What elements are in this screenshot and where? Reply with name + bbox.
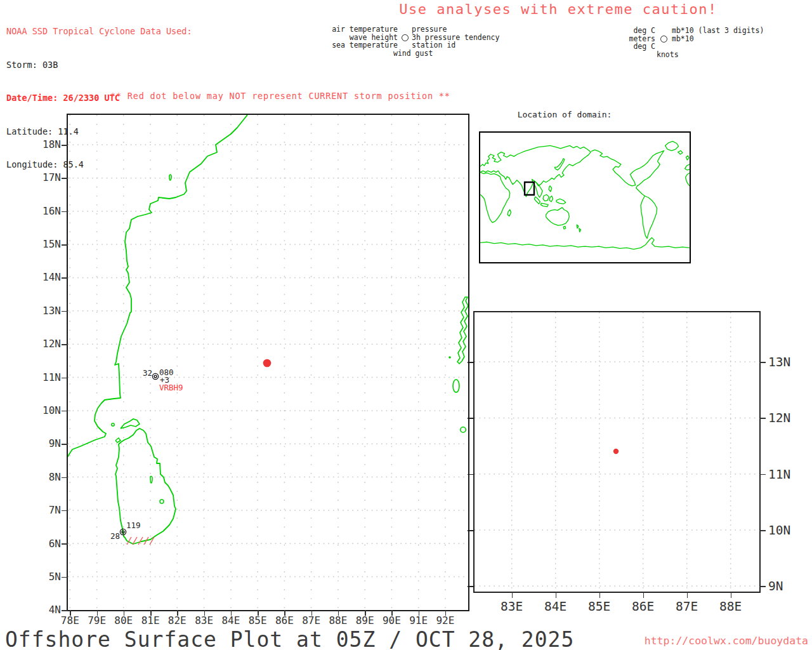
madagascar: [508, 209, 511, 216]
xtick-label: 88E: [716, 599, 746, 614]
ytick-label: 13N: [768, 355, 806, 369]
tick: [62, 610, 68, 611]
sulawesi: [549, 196, 553, 202]
legend-wind-gust: wind gust: [393, 50, 433, 58]
south-america-coastline: [641, 196, 657, 239]
ytick-label: 8N: [32, 471, 61, 483]
india-coastline: [68, 115, 247, 465]
islet: [449, 356, 451, 359]
australia: [546, 208, 570, 225]
little-andaman: [453, 380, 459, 392]
main-map-canvas: 32 080 +3 VRBH9 28 119: [68, 115, 468, 610]
ytick-label: 10N: [32, 404, 61, 416]
legend-row: deg C: [546, 43, 764, 51]
station-plot-vrbh9: 32 080 +3 VRBH9: [143, 368, 183, 392]
legend-sea-temperature: sea temperature: [285, 41, 398, 50]
tick: [62, 444, 68, 445]
tick: [62, 277, 68, 279]
xtick-label: 78E: [56, 614, 84, 627]
jaffna-peninsula: [121, 419, 140, 428]
storm-position-dot: [613, 449, 619, 454]
units-pressure: mb*10 (last 3 digits): [672, 27, 764, 35]
legend-row: air temperature pressure: [285, 25, 499, 34]
west-africa-edge: [685, 164, 690, 186]
xtick-label: 89E: [351, 614, 379, 627]
tick: [468, 474, 474, 475]
tick: [468, 530, 474, 531]
legend-air-temperature: air temperature: [285, 25, 398, 34]
tick: [687, 592, 688, 598]
xtick-label: 83E: [497, 599, 527, 614]
station-air-temp: 32: [143, 368, 152, 378]
ytick-label: 6N: [32, 538, 61, 550]
ytick-label: 10N: [768, 523, 806, 538]
xtick-label: 83E: [190, 614, 218, 627]
xtick-label: 85E: [244, 614, 272, 627]
borneo: [543, 194, 549, 201]
xtick-label: 79E: [83, 614, 111, 627]
car-nicobar: [461, 427, 466, 432]
ytick-label: 18N: [32, 138, 61, 150]
xtick-label: 87E: [672, 599, 702, 614]
xtick-label: 82E: [163, 614, 191, 627]
legend-row: knots: [546, 51, 764, 59]
ytick-label: 17N: [32, 171, 61, 183]
zoom-map-inset: 13N 12N 11N 10N 9N 83E 84E 85E 86E 87E 8…: [473, 311, 761, 593]
xtick-label: 90E: [377, 614, 405, 627]
tasmania: [563, 226, 566, 229]
ytick-label: 9N: [32, 437, 61, 449]
tick: [62, 543, 68, 545]
antarctica-coastline: [480, 237, 690, 249]
tick: [62, 411, 68, 412]
plot-title: Offshore Surface Plot at 05Z / OCT 28, 2…: [5, 627, 574, 650]
xtick-label: 80E: [110, 614, 138, 627]
legend-pressure: pressure: [412, 25, 447, 34]
tick: [759, 362, 766, 363]
japan: [554, 159, 565, 170]
storm-position-dot: [263, 359, 272, 368]
islet: [112, 423, 114, 426]
caution-headline: Use analyses with extreme caution!: [381, 1, 736, 17]
main-map: 32 080 +3 VRBH9 28 119 18N 17N 16N 15N 1…: [67, 114, 469, 611]
tick: [759, 474, 766, 475]
units-air-temperature: deg C: [546, 27, 655, 35]
xtick-label: 92E: [431, 614, 459, 627]
world-map-canvas: [480, 133, 690, 262]
new-zealand: [577, 225, 580, 232]
station-circle-icon: [402, 34, 409, 41]
sri-lanka-coastline: [115, 428, 176, 544]
british-isles: [686, 156, 690, 160]
main-map-vgrid: [70, 115, 445, 610]
tick: [62, 477, 68, 479]
xtick-label: 81E: [136, 614, 164, 627]
xtick-label: 85E: [584, 599, 615, 614]
tick: [468, 586, 474, 587]
eurasia-coastline: [480, 145, 591, 196]
java: [540, 203, 548, 207]
tick: [62, 244, 68, 246]
tick: [62, 178, 68, 179]
tick: [759, 530, 766, 531]
xtick-label: 84E: [217, 614, 245, 627]
buoydata-link[interactable]: http://coolwx.com/buoydata: [645, 635, 808, 647]
domain-inset-title: Location of domain:: [501, 110, 628, 119]
legend-row: sea temperature station id: [285, 41, 499, 50]
world-map-inset: [479, 131, 691, 263]
ytick-label: 12N: [768, 411, 806, 425]
philippines: [549, 186, 552, 192]
ytick-label: 13N: [32, 305, 61, 317]
station-air-temp: 28: [110, 531, 120, 541]
legend-row: deg C mb*10 (last 3 digits): [546, 27, 764, 35]
tick: [62, 311, 68, 312]
units-legend: deg C mb*10 (last 3 digits) meters mb*10…: [546, 27, 764, 58]
tick: [62, 344, 68, 345]
coastal-lagoon: [169, 175, 171, 180]
storm-id-line: Storm: 03B: [6, 60, 192, 71]
tick: [759, 586, 766, 587]
xtick-label: 86E: [628, 599, 658, 614]
data-source-line: NOAA SSD Tropical Cyclone Data Used:: [6, 26, 192, 37]
ytick-label: 7N: [32, 504, 61, 516]
ytick-label: 12N: [32, 338, 61, 350]
xtick-label: 88E: [324, 614, 352, 627]
tick: [556, 592, 557, 598]
